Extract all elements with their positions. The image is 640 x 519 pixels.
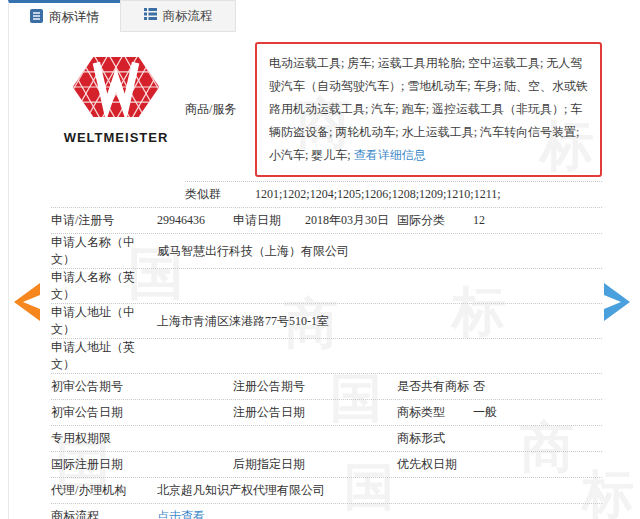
table-row-notice-date: 初审公告日期 注册公告日期 商标类型 一般 xyxy=(51,400,602,426)
tab-trademark-details[interactable]: 商标详情 xyxy=(8,0,120,32)
field-value: 29946436 xyxy=(157,213,233,228)
field-label: 是否共有商标 xyxy=(397,378,473,395)
weltmeister-logo-icon xyxy=(69,54,163,124)
click-to-view-link[interactable]: 点击查看 xyxy=(157,509,205,519)
table-row-applicant-en: 申请人名称（英文） xyxy=(51,269,602,304)
field-value: 上海市青浦区涞港路77号510-1室 xyxy=(157,313,602,330)
goods-services-text: 电动运载工具; 房车; 运载工具用轮胎; 空中运载工具; 无人驾驶汽车（自动驾驶… xyxy=(269,56,588,162)
field-label: 初审公告日期 xyxy=(51,404,157,421)
field-label: 国际注册日期 xyxy=(51,456,157,473)
field-label: 商标流程 xyxy=(51,508,157,519)
tab-label: 商标流程 xyxy=(163,8,213,25)
detail-card: WELTMEISTER 商品/服务 电动运载工具; 房车; 运载工具用轮胎; 空… xyxy=(8,32,640,519)
trademark-detail-page: 商标国商标国商国标国 商标详情 商标流程 xyxy=(0,0,640,519)
document-icon xyxy=(30,9,43,27)
field-label: 商标类型 xyxy=(397,404,473,421)
field-label: 申请人地址（英文） xyxy=(51,339,157,373)
field-label: 专用权期限 xyxy=(51,430,157,447)
field-value: 12 xyxy=(473,213,602,228)
table-row-address-en: 申请人地址（英文） xyxy=(51,339,602,374)
similar-group-label: 类似群 xyxy=(51,186,255,203)
table-row-agency: 代理/办理机构 北京超凡知识产权代理有限公司 xyxy=(51,478,602,504)
goods-services-box: 电动运载工具; 房车; 运载工具用轮胎; 空中运载工具; 无人驾驶汽车（自动驾驶… xyxy=(255,42,602,177)
previous-arrow-button[interactable] xyxy=(12,283,42,325)
field-label: 商标形式 xyxy=(397,430,473,447)
view-details-link[interactable]: 查看详细信息 xyxy=(354,148,426,162)
table-row-process: 商标流程 点击查看 xyxy=(51,504,602,519)
similar-group-row: 类似群 1201;1202;1204;1205;1206;1208;1209;1… xyxy=(51,182,602,208)
field-label: 注册公告期号 xyxy=(233,378,305,395)
next-arrow-button[interactable] xyxy=(602,283,632,325)
field-label: 代理/办理机构 xyxy=(51,482,157,499)
field-label: 优先权日期 xyxy=(397,456,473,473)
table-row-applicant-cn: 申请人名称（中文） 威马智慧出行科技（上海）有限公司 xyxy=(51,234,602,269)
field-value: 一般 xyxy=(473,404,602,421)
field-label: 后期指定日期 xyxy=(233,456,305,473)
tab-trademark-process[interactable]: 商标流程 xyxy=(120,0,236,32)
field-label: 初审公告期号 xyxy=(51,378,157,395)
table-row-intl-reg: 国际注册日期 后期指定日期 优先权日期 xyxy=(51,452,602,478)
goods-section: WELTMEISTER 商品/服务 电动运载工具; 房车; 运载工具用轮胎; 空… xyxy=(9,32,640,177)
field-value: 2018年03月30日 xyxy=(305,212,397,229)
fields-table: 申请/注册号 29946436 申请日期 2018年03月30日 国际分类 12… xyxy=(51,208,602,519)
tab-bar: 商标详情 商标流程 xyxy=(8,0,640,32)
field-label: 申请人地址（中文） xyxy=(51,304,157,338)
brand-name: WELTMEISTER xyxy=(64,130,169,145)
table-row-notice-no: 初审公告期号 注册公告期号 是否共有商标 否 xyxy=(51,374,602,400)
field-label: 注册公告日期 xyxy=(233,404,305,421)
goods-services-label: 商品/服务 xyxy=(185,101,249,118)
table-row-exclusive: 专用权期限 商标形式 xyxy=(51,426,602,452)
field-label: 申请/注册号 xyxy=(51,212,157,229)
field-label: 申请日期 xyxy=(233,212,305,229)
list-icon xyxy=(144,8,157,24)
field-label: 国际分类 xyxy=(397,212,473,229)
field-value: 北京超凡知识产权代理有限公司 xyxy=(157,482,602,499)
table-row-application: 申请/注册号 29946436 申请日期 2018年03月30日 国际分类 12 xyxy=(51,208,602,234)
table-row-address-cn: 申请人地址（中文） 上海市青浦区涞港路77号510-1室 xyxy=(51,304,602,339)
tab-label: 商标详情 xyxy=(49,9,99,26)
trademark-logo: WELTMEISTER xyxy=(51,42,181,177)
field-value: 威马智慧出行科技（上海）有限公司 xyxy=(157,243,602,260)
field-label: 申请人名称（英文） xyxy=(51,269,157,303)
similar-group-value: 1201;1202;1204;1205;1206;1208;1209;1210;… xyxy=(255,187,501,202)
field-value: 否 xyxy=(473,378,602,395)
field-label: 申请人名称（中文） xyxy=(51,234,157,268)
